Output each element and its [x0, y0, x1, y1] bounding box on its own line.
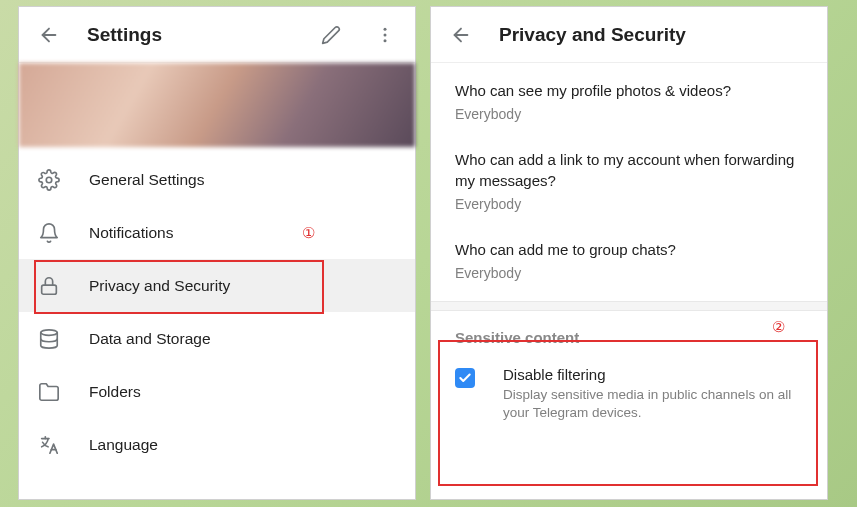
- settings-menu: General Settings Notifications Privacy a…: [19, 147, 415, 477]
- arrow-left-icon: [38, 24, 60, 46]
- privacy-question: Who can add me to group chats?: [455, 240, 803, 260]
- privacy-item-group-chats[interactable]: Who can add me to group chats? Everybody: [431, 226, 827, 295]
- privacy-header: Privacy and Security: [431, 7, 827, 63]
- database-icon: [37, 327, 61, 351]
- menu-item-folders[interactable]: Folders: [19, 365, 415, 418]
- privacy-title: Privacy and Security: [499, 24, 813, 46]
- privacy-question: Who can add a link to my account when fo…: [455, 150, 803, 191]
- checkbox-label: Disable filtering: [503, 366, 803, 383]
- bell-icon: [37, 221, 61, 245]
- menu-item-data-storage[interactable]: Data and Storage: [19, 312, 415, 365]
- svg-point-2: [384, 33, 387, 36]
- annotation-label-1: ①: [302, 224, 315, 242]
- menu-label: Language: [89, 436, 158, 454]
- privacy-item-profile-photos[interactable]: Who can see my profile photos & videos? …: [431, 67, 827, 136]
- disable-filtering-row[interactable]: Disable filtering Display sensitive medi…: [431, 354, 827, 434]
- lock-icon: [37, 274, 61, 298]
- profile-banner[interactable]: [19, 63, 415, 147]
- language-icon: [37, 433, 61, 457]
- edit-button[interactable]: [315, 19, 347, 51]
- arrow-left-icon: [450, 24, 472, 46]
- sensitive-section-title: Sensitive content: [431, 311, 827, 354]
- menu-label: Folders: [89, 383, 141, 401]
- menu-label: Privacy and Security: [89, 277, 230, 295]
- menu-item-language[interactable]: Language: [19, 418, 415, 471]
- dots-vertical-icon: [375, 25, 395, 45]
- svg-point-4: [46, 177, 52, 183]
- back-button[interactable]: [445, 19, 477, 51]
- privacy-value: Everybody: [455, 196, 803, 212]
- back-button[interactable]: [33, 19, 65, 51]
- pencil-icon: [321, 25, 341, 45]
- annotation-label-2: ②: [772, 318, 785, 336]
- privacy-panel: Privacy and Security Who can see my prof…: [430, 6, 828, 500]
- svg-rect-5: [42, 285, 57, 294]
- disable-filtering-text: Disable filtering Display sensitive medi…: [503, 366, 803, 422]
- privacy-question: Who can see my profile photos & videos?: [455, 81, 803, 101]
- svg-point-3: [384, 39, 387, 42]
- menu-item-notifications[interactable]: Notifications: [19, 206, 415, 259]
- check-icon: [458, 371, 472, 385]
- settings-panel: Settings General Settings Notifications …: [18, 6, 416, 500]
- privacy-value: Everybody: [455, 265, 803, 281]
- folder-icon: [37, 380, 61, 404]
- menu-label: Data and Storage: [89, 330, 211, 348]
- settings-header: Settings: [19, 7, 415, 63]
- menu-item-privacy[interactable]: Privacy and Security: [19, 259, 415, 312]
- checkbox-desc: Display sensitive media in public channe…: [503, 386, 803, 422]
- gear-icon: [37, 168, 61, 192]
- privacy-options: Who can see my profile photos & videos? …: [431, 63, 827, 295]
- svg-point-1: [384, 27, 387, 30]
- svg-point-6: [41, 329, 58, 335]
- privacy-value: Everybody: [455, 106, 803, 122]
- menu-label: Notifications: [89, 224, 173, 242]
- more-button[interactable]: [369, 19, 401, 51]
- section-divider: [431, 301, 827, 311]
- menu-item-general[interactable]: General Settings: [19, 153, 415, 206]
- privacy-item-forward-link[interactable]: Who can add a link to my account when fo…: [431, 136, 827, 226]
- menu-label: General Settings: [89, 171, 204, 189]
- disable-filtering-checkbox[interactable]: [455, 368, 475, 388]
- settings-title: Settings: [87, 24, 293, 46]
